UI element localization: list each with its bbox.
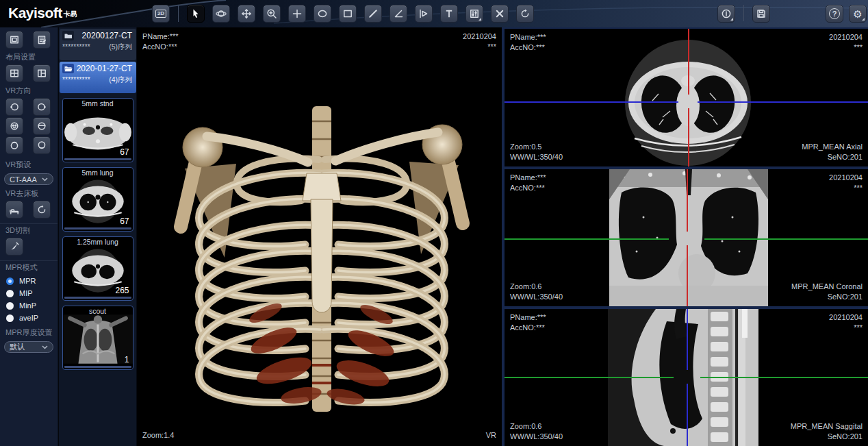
magnifier-icon <box>266 8 277 19</box>
zoom-overlay: Zoom:0.5 <box>510 142 541 152</box>
probe-arrow-icon <box>418 8 429 19</box>
info-icon <box>721 8 732 19</box>
remove-bed-button[interactable] <box>5 201 23 219</box>
masked-overlay: *** <box>854 323 863 333</box>
vr-ribcage-rendering[interactable] <box>171 96 472 419</box>
accession-overlay: AccNO:*** <box>510 323 545 333</box>
pencil-measure-button[interactable] <box>364 5 382 23</box>
crosshair-blue-v[interactable] <box>687 309 688 370</box>
rotate-3d-button[interactable] <box>212 5 230 23</box>
rect-roi-button[interactable] <box>339 5 357 23</box>
mpr-axial-viewport[interactable]: PName:*** AccNO:*** 20210204 *** Zoom:0.… <box>505 29 868 166</box>
crosshair-red-v[interactable] <box>687 245 688 306</box>
reset-icon <box>36 204 47 215</box>
cursor-button[interactable] <box>187 5 205 23</box>
rectangle-icon <box>342 8 353 19</box>
split-layout-button[interactable] <box>33 64 51 82</box>
vr-head-left-button[interactable] <box>5 98 23 116</box>
crosshair-button[interactable] <box>288 5 306 23</box>
study-item-selected[interactable]: 2020-01-27-CT ********** (4)序列 <box>60 62 136 93</box>
series-thumbnail-scout[interactable]: scout 1 <box>62 306 133 370</box>
crosshair-blue-v[interactable] <box>687 384 688 446</box>
series-count: (4)序列 <box>109 75 132 85</box>
layout-screen-button[interactable] <box>5 31 23 49</box>
pan-button[interactable] <box>238 5 255 23</box>
grid-2x2-icon <box>9 68 20 79</box>
angle-measure-button[interactable] <box>390 5 407 23</box>
mpr-mode-label: MPR模式 <box>0 260 58 275</box>
series-thumbnail-125mm-lung[interactable]: 1.25mm lung 265 <box>62 236 133 301</box>
save-image-button[interactable] <box>752 5 770 23</box>
masked-overlay: *** <box>854 42 863 53</box>
crosshair-red-v[interactable] <box>688 29 689 95</box>
pencil-icon <box>368 8 379 19</box>
window-level-icon <box>469 8 480 19</box>
angle-icon <box>393 8 404 19</box>
window-level-button[interactable] <box>465 5 483 23</box>
radio-icon <box>6 290 14 297</box>
series-thumbnail-5mm-stnd[interactable]: 5mm stnd 67 <box>62 98 133 162</box>
crosshair-blue-h[interactable] <box>698 101 868 103</box>
render-mode-overlay: VR <box>486 430 496 441</box>
report-button[interactable] <box>33 31 51 49</box>
folder-closed-icon <box>62 31 74 40</box>
knife-icon <box>9 241 20 252</box>
toolbar-divider <box>743 5 744 21</box>
reset-icon <box>520 8 531 19</box>
mpr-mode-radio-mpr[interactable]: MPR <box>0 275 58 287</box>
vr-face-front-button[interactable] <box>5 117 23 135</box>
study-date-overlay: 20210204 <box>829 32 863 42</box>
patient-name-overlay: PName:*** <box>510 32 546 42</box>
app-logo: Kayisoft卡易 <box>8 5 77 21</box>
settings-button[interactable]: ⚙ <box>849 5 867 23</box>
delete-annotation-button[interactable] <box>491 5 509 23</box>
mpr-mode-overlay: MPR_MEAN Coronal <box>791 282 863 292</box>
study-date-overlay: 20210204 <box>829 173 863 183</box>
vr-viewport[interactable]: PName:*** AccNO:*** 20210204 *** Zoom:1.… <box>137 27 502 446</box>
crosshair-blue-h[interactable] <box>505 101 678 103</box>
mpr-mode-radio-aveip[interactable]: aveIP <box>0 312 58 324</box>
series-info-button[interactable] <box>717 5 735 23</box>
zoom-button[interactable] <box>263 5 281 23</box>
accession-overlay: AccNO:*** <box>142 42 177 52</box>
split-layout-icon <box>36 68 47 79</box>
crosshair-green-h[interactable] <box>505 377 674 378</box>
vr-head-right-button[interactable] <box>33 98 51 116</box>
mpr-mode-radio-minp[interactable]: MinP <box>0 299 58 312</box>
series-thumbnail-5mm-lung[interactable]: 5mm lung 67 <box>62 167 133 232</box>
mpr-mode-radio-mip[interactable]: MIP <box>0 287 58 299</box>
vr-head-bottom-button[interactable] <box>33 136 51 154</box>
knife-cut-button[interactable] <box>5 238 23 256</box>
mpr-coronal-viewport[interactable]: PName:*** AccNO:*** 20210204 *** Zoom:0.… <box>505 169 868 306</box>
ellipse-roi-button[interactable] <box>314 5 331 23</box>
text-annotate-button[interactable] <box>440 5 458 23</box>
patient-masked: ********** <box>62 42 90 52</box>
bed-reset-button[interactable] <box>33 201 51 219</box>
crosshair-green-h[interactable] <box>700 377 868 378</box>
study-date-overlay: 20210204 <box>463 32 496 42</box>
help-button[interactable]: ? <box>826 5 843 23</box>
patient-name-overlay: PName:*** <box>510 173 546 183</box>
crosshair-green-h[interactable] <box>704 238 868 240</box>
patient-masked: ********** <box>62 75 90 85</box>
study-item[interactable]: 20200127-CT ********** (5)序列 <box>60 29 136 60</box>
mpr-thickness-label: MPR厚度设置 <box>0 327 58 340</box>
layout-screen-icon <box>9 34 20 45</box>
mpr-thickness-select[interactable]: 默认 <box>4 341 53 353</box>
series-number-overlay: SeNO:201 <box>828 152 863 162</box>
vr-head-top-button[interactable] <box>5 136 23 154</box>
mpr-sagittal-viewport[interactable]: PName:*** AccNO:*** 20210204 *** Zoom:0.… <box>505 309 868 446</box>
layout-2d-button[interactable]: 2D <box>152 5 170 23</box>
vr-head-right-icon <box>36 101 47 112</box>
grid-2x2-layout-button[interactable] <box>5 64 23 82</box>
cursor-icon <box>190 8 201 19</box>
vr-preset-select[interactable]: CT-AAA <box>4 173 53 185</box>
zoom-overlay: Zoom:1.4 <box>142 430 174 441</box>
rotate-3d-icon <box>216 8 227 19</box>
crosshair-red-v[interactable] <box>687 169 688 232</box>
cobb-probe-button[interactable] <box>415 5 433 23</box>
vr-face-back-button[interactable] <box>33 117 51 135</box>
crosshair-red-v[interactable] <box>688 108 689 166</box>
reset-view-button[interactable] <box>516 5 534 23</box>
crosshair-green-h[interactable] <box>505 238 669 240</box>
